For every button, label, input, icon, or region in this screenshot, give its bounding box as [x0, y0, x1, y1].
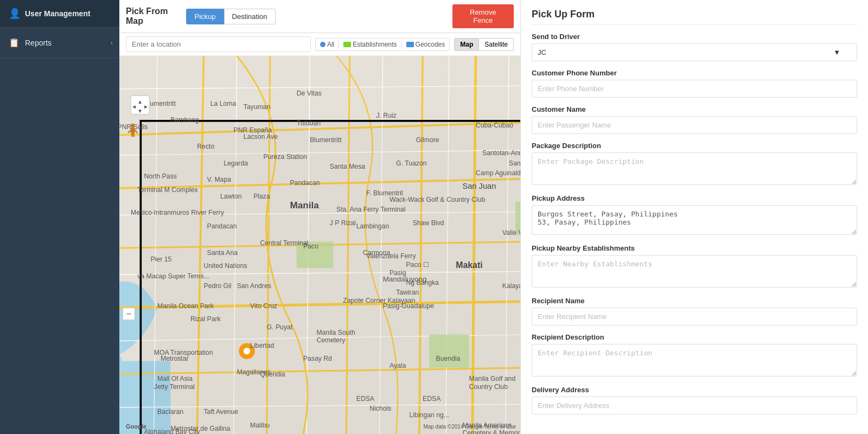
- svg-text:Pandacan: Pandacan: [207, 222, 237, 230]
- customer-name-input[interactable]: [532, 116, 857, 134]
- svg-text:Plaza: Plaza: [253, 193, 270, 200]
- svg-text:Libingan ng...: Libingan ng...: [410, 411, 449, 419]
- reports-icon: 📋: [9, 37, 20, 48]
- pickup-nearby-textarea[interactable]: [532, 255, 857, 288]
- svg-text:Recto: Recto: [197, 143, 214, 150]
- sidebar-reports-label: Reports: [25, 39, 52, 47]
- recipient-name-input[interactable]: [532, 308, 857, 326]
- svg-text:Manila Golf and: Manila Golf and: [469, 375, 516, 382]
- svg-text:J P Rizal: J P Rizal: [330, 219, 356, 227]
- svg-text:Rizal Park: Rizal Park: [190, 315, 221, 323]
- filter-all[interactable]: All: [320, 41, 334, 48]
- svg-text:►: ►: [143, 104, 149, 110]
- svg-text:Makati: Makati: [456, 260, 482, 270]
- pickup-address-label: Pickup Address: [532, 194, 857, 202]
- customer-name-group: Customer Name: [532, 105, 857, 134]
- svg-text:▼: ▼: [137, 108, 143, 114]
- tab-pickup[interactable]: Pickup: [186, 9, 224, 24]
- svg-text:Camp Aguinaldo: Camp Aguinaldo: [476, 169, 520, 177]
- chevron-icon: ‹: [111, 39, 113, 47]
- svg-point-121: [131, 124, 135, 127]
- form-section: Pick Up Form Send to Driver JC ▼ Custome…: [521, 0, 868, 434]
- svg-text:San Juan: San Juan: [462, 182, 496, 190]
- svg-text:Sta. Ana Ferry Terminal: Sta. Ana Ferry Terminal: [336, 206, 405, 213]
- establishments-box-icon: [343, 42, 351, 47]
- user-icon: 👤: [9, 8, 21, 20]
- svg-text:Santa Mesa: Santa Mesa: [330, 163, 365, 170]
- svg-text:G. Puyat: G. Puyat: [267, 323, 293, 331]
- svg-text:Ng Bangka: Ng Bangka: [406, 279, 439, 286]
- location-input[interactable]: [126, 36, 311, 52]
- filter-establishments-label: Establishments: [353, 41, 397, 48]
- tab-destination[interactable]: Destination: [224, 9, 276, 24]
- send-to-driver-container: JC ▼: [532, 43, 857, 61]
- filter-establishments[interactable]: Establishments: [343, 41, 397, 48]
- sidebar: 👤 User Management 📋 Reports ‹: [0, 0, 119, 434]
- customer-phone-label: Customer Phone Number: [532, 69, 857, 77]
- svg-text:Metrostar: Metrostar: [161, 355, 189, 362]
- svg-text:V. Mapa: V. Mapa: [207, 176, 232, 183]
- svg-text:United Nations: United Nations: [204, 262, 247, 270]
- svg-text:Taft Avenue: Taft Avenue: [204, 408, 239, 416]
- recipient-name-label: Recipient Name: [532, 297, 857, 305]
- svg-text:EDSA: EDSA: [423, 395, 441, 403]
- map-canvas[interactable]: Manila Makati San Juan Mandaluyong Paco …: [119, 56, 520, 434]
- main-content: Pick From Map Pickup Destination Remove …: [119, 0, 868, 434]
- pickup-address-textarea[interactable]: Burgos Street, Pasay, Philippines 53, Pa…: [532, 205, 857, 235]
- map-section: Pick From Map Pickup Destination Remove …: [119, 0, 521, 434]
- svg-text:◄: ◄: [131, 104, 137, 110]
- dropdown-arrow-icon: ▼: [833, 48, 840, 56]
- sidebar-item-reports[interactable]: 📋 Reports ‹: [0, 28, 119, 58]
- form-title: Pick Up Form: [532, 9, 857, 25]
- svg-text:Manila Ocean Park: Manila Ocean Park: [157, 302, 214, 310]
- svg-text:Buendia: Buendia: [436, 355, 460, 362]
- recipient-desc-textarea[interactable]: [532, 344, 857, 376]
- content-area: Pick From Map Pickup Destination Remove …: [119, 0, 868, 434]
- svg-text:EDSA: EDSA: [356, 395, 375, 403]
- filter-geocodes[interactable]: Geocodes: [406, 41, 445, 48]
- pickup-nearby-group: Pickup Nearby Establishments: [532, 244, 857, 289]
- svg-text:Lambingan: Lambingan: [356, 222, 389, 230]
- send-to-driver-label: Send to Driver: [532, 33, 857, 41]
- svg-text:Baclaran: Baclaran: [157, 408, 183, 416]
- svg-text:Central Terminal: Central Terminal: [260, 239, 308, 247]
- customer-phone-input[interactable]: [532, 80, 857, 98]
- svg-text:Valle Verde 1: Valle Verde 1: [502, 229, 520, 237]
- svg-text:Kalayaan Ave: Kalayaan Ave: [502, 282, 520, 290]
- svg-text:Mall Of Asia: Mall Of Asia: [157, 375, 193, 382]
- svg-text:Blumentritt: Blumentritt: [310, 136, 342, 144]
- geocodes-box-icon: [406, 42, 414, 47]
- svg-text:Tayuman: Tayuman: [244, 103, 271, 111]
- svg-text:Quendia: Quendia: [260, 371, 285, 378]
- svg-text:Malibu: Malibu: [250, 422, 270, 429]
- svg-text:Ayala: Ayala: [390, 362, 406, 369]
- svg-text:Mexico-Intranmuros River Ferry: Mexico-Intranmuros River Ferry: [131, 209, 225, 216]
- recipient-desc-label: Recipient Description: [532, 333, 857, 341]
- svg-text:Manila: Manila: [290, 200, 319, 210]
- svg-rect-122: [131, 127, 135, 133]
- sidebar-item-user-management[interactable]: 👤 User Management: [0, 0, 119, 28]
- map-type-satellite[interactable]: Satellite: [479, 38, 514, 51]
- svg-text:Country Club: Country Club: [469, 383, 508, 391]
- delivery-address-input[interactable]: [532, 397, 857, 414]
- svg-text:Tawiran: Tawiran: [396, 289, 419, 296]
- map-type-map[interactable]: Map: [454, 38, 479, 51]
- remove-fence-button[interactable]: Remove Fence: [452, 4, 514, 28]
- delivery-address-label: Delivery Address: [532, 386, 857, 394]
- svg-text:Pedro Gil: Pedro Gil: [204, 282, 232, 290]
- filter-all-label: All: [327, 41, 334, 48]
- svg-text:G. Tuazon: G. Tuazon: [396, 159, 426, 167]
- recipient-desc-group: Recipient Description: [532, 333, 857, 378]
- package-desc-textarea[interactable]: [532, 152, 857, 185]
- svg-text:North Pass: North Pass: [144, 173, 176, 180]
- svg-text:Pureza Station: Pureza Station: [264, 153, 307, 161]
- svg-text:Nichols: Nichols: [369, 405, 391, 412]
- send-to-driver-select[interactable]: JC ▼: [532, 43, 857, 61]
- map-tabs: Pickup Destination: [186, 9, 275, 24]
- map-header: Pick From Map Pickup Destination Remove …: [119, 0, 520, 33]
- map-copyright: Map data ©2014 Google Terms of Use: [423, 424, 516, 430]
- svg-text:Pasay Rd: Pasay Rd: [303, 355, 332, 362]
- delivery-address-group: Delivery Address: [532, 386, 857, 414]
- svg-text:−: −: [126, 309, 131, 318]
- send-to-driver-group: Send to Driver JC ▼: [532, 33, 857, 61]
